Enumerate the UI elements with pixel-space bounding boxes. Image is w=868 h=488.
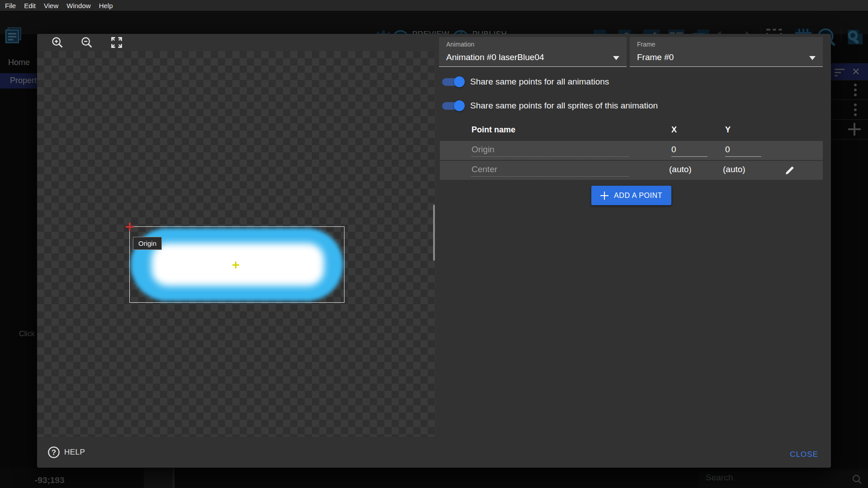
point-x-field[interactable]: 0	[671, 145, 708, 157]
center-point-marker[interactable]	[232, 262, 239, 268]
preview-scrollbar[interactable]	[433, 205, 435, 261]
animation-select-value: Animation #0 laserBlue04	[446, 52, 544, 62]
share-points-animations-toggle-thumb[interactable]	[454, 76, 465, 87]
fit-to-screen-icon[interactable]	[110, 36, 123, 49]
points-table-x-header: X	[671, 125, 677, 135]
point-name-field[interactable]: Origin	[472, 145, 629, 157]
menu-help[interactable]: Help	[95, 2, 117, 9]
chevron-down-icon	[613, 56, 619, 60]
point-name-field[interactable]: Center	[472, 164, 629, 177]
plus-icon	[600, 192, 609, 200]
points-table-y-header: Y	[725, 125, 731, 135]
svg-text:?: ?	[52, 448, 56, 456]
edit-points-dialog: Origin Animation Animation #0 laserBlue0…	[37, 34, 831, 468]
help-icon: ?	[47, 446, 60, 459]
help-button[interactable]: ? HELP	[47, 446, 85, 459]
zoom-in-icon[interactable]	[51, 36, 64, 49]
table-row-center: Center (auto) (auto)	[440, 161, 823, 180]
sprite-preview-canvas[interactable]: Origin	[37, 51, 435, 437]
menu-file[interactable]: File	[1, 2, 20, 9]
chevron-down-icon	[809, 56, 816, 60]
point-x-field[interactable]: (auto)	[669, 164, 705, 176]
frame-select-label: Frame	[637, 41, 655, 48]
add-point-button[interactable]: ADD A POINT	[591, 186, 671, 205]
share-points-sprites-toggle-thumb[interactable]	[454, 100, 465, 111]
zoom-out-icon[interactable]	[80, 36, 93, 49]
app-window: File Edit View Window Help PREVIEW	[0, 0, 868, 488]
frame-select[interactable]: Frame Frame #0	[630, 37, 823, 67]
add-point-label: ADD A POINT	[614, 192, 662, 200]
toggle-label: Share same points for all animations	[470, 77, 609, 87]
point-y-field[interactable]: (auto)	[723, 164, 759, 176]
origin-tooltip: Origin	[133, 237, 162, 250]
toggle-label: Share same points for all sprites of thi…	[470, 101, 658, 111]
menu-view[interactable]: View	[40, 2, 62, 9]
animation-select-label: Animation	[446, 41, 474, 48]
sprite-bounds: Origin	[129, 226, 344, 303]
animation-select[interactable]: Animation Animation #0 laserBlue04	[439, 37, 627, 67]
menu-bar: File Edit View Window Help	[0, 0, 868, 11]
close-button[interactable]: CLOSE	[790, 450, 818, 459]
menu-window[interactable]: Window	[62, 2, 94, 9]
origin-point-marker[interactable]	[126, 223, 134, 231]
frame-select-value: Frame #0	[637, 52, 674, 62]
table-row-origin: Origin 0 0	[440, 141, 823, 160]
help-label: HELP	[64, 448, 85, 457]
menu-edit[interactable]: Edit	[20, 2, 40, 9]
edit-pencil-icon[interactable]	[784, 164, 796, 176]
points-table-name-header: Point name	[472, 125, 515, 135]
point-y-field[interactable]: 0	[725, 145, 761, 157]
